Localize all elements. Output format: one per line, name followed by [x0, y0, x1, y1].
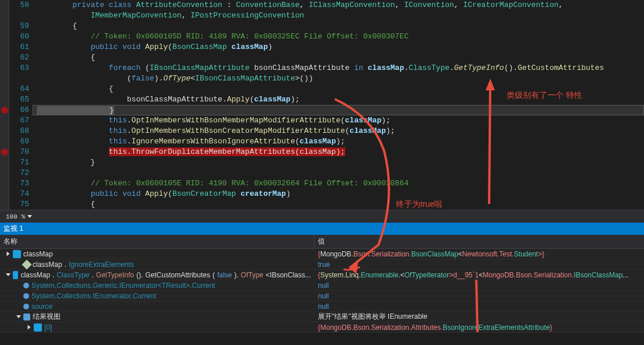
gutter-cell[interactable]: [0, 84, 9, 94]
gutter-cell[interactable]: [0, 10, 9, 21]
gutter-cell[interactable]: [0, 168, 9, 178]
watch-value-cell: {MongoDB.Bson.Serialization.Attributes.B…: [314, 323, 644, 332]
watch-value-cell: 展开"结果"视图将枚举 IEnumerable: [314, 311, 644, 322]
zoom-value: 100 %: [6, 213, 25, 220]
prop-icon: [22, 260, 32, 269]
code-line[interactable]: this.IgnoreMembersWithBsonIgnoreAttribut…: [33, 136, 644, 147]
line-number: 74: [9, 189, 29, 199]
field-icon: [23, 293, 29, 299]
code-line[interactable]: }: [33, 105, 644, 115]
gutter-cell[interactable]: [0, 73, 9, 84]
line-number: 75: [9, 199, 29, 210]
breakpoint-icon[interactable]: [1, 107, 8, 114]
watch-grid-header: 名称 值: [0, 235, 644, 249]
line-number: 71: [9, 157, 29, 168]
watch-name-cell[interactable]: classMap.IgnoreExtraElements: [0, 260, 314, 269]
watch-row[interactable]: classMap{MongoDB.Bson.Serialization.Bson…: [0, 249, 644, 259]
expand-icon[interactable]: [28, 325, 31, 330]
gutter-cell[interactable]: [0, 199, 9, 210]
code-line[interactable]: bsonClassMapAttribute.Apply(classMap);: [33, 94, 644, 105]
breakpoint-icon[interactable]: [1, 149, 8, 156]
watch-name-cell[interactable]: 结果视图: [0, 311, 314, 322]
watch-row[interactable]: classMap.IgnoreExtraElementstrue: [0, 259, 644, 270]
code-line[interactable]: [33, 168, 644, 178]
watch-grid: 名称 值 classMap{MongoDB.Bson.Serialization…: [0, 235, 644, 333]
watch-row[interactable]: sourcenull: [0, 301, 644, 312]
line-number: 60: [9, 31, 29, 42]
line-number: [9, 10, 29, 21]
line-number: 67: [9, 115, 29, 126]
watch-name-cell[interactable]: [0]: [0, 323, 314, 332]
line-number: 61: [9, 42, 29, 52]
watch-value-cell: null: [314, 302, 644, 311]
watch-name-cell[interactable]: source: [0, 302, 314, 311]
line-number: 72: [9, 168, 29, 178]
gutter-cell[interactable]: [0, 52, 9, 63]
watch-value-cell: {System.Linq.Enumerable.<OfTypeIterator>…: [314, 270, 644, 280]
code-line[interactable]: foreach (IBsonClassMapAttribute bsonClas…: [33, 63, 644, 73]
gutter-cell[interactable]: [0, 157, 9, 168]
line-number: 69: [9, 136, 29, 147]
code-line[interactable]: {: [33, 21, 644, 31]
gutter-cell[interactable]: [0, 126, 9, 136]
column-header-value[interactable]: 值: [314, 235, 644, 248]
line-number: 58: [9, 0, 29, 10]
gutter-cell[interactable]: [0, 147, 9, 157]
gutter-cell[interactable]: [0, 136, 9, 147]
watch-row[interactable]: System.Collections.IEnumerator.Currentnu…: [0, 291, 644, 301]
watch-name-cell[interactable]: System.Collections.IEnumerator.Current: [0, 291, 314, 301]
code-line[interactable]: // Token: 0x0600105E RID: 4190 RVA: 0x00…: [33, 178, 644, 189]
code-line[interactable]: public void Apply(BsonCreatorMap creator…: [33, 189, 644, 199]
code-line[interactable]: IMemberMapConvention, IPostProcessingCon…: [33, 10, 644, 21]
breakpoint-gutter[interactable]: [0, 0, 9, 210]
line-number: 63: [9, 63, 29, 73]
code-line[interactable]: (false).OfType<IBsonClassMapAttribute>()…: [33, 73, 644, 84]
watch-row[interactable]: [0]{MongoDB.Bson.Serialization.Attribute…: [0, 322, 644, 333]
watch-name-cell[interactable]: classMap.ClassType.GetTypeInfo().GetCust…: [0, 270, 314, 280]
gutter-cell[interactable]: [0, 105, 9, 115]
gutter-cell[interactable]: [0, 21, 9, 31]
results-icon: [23, 314, 30, 321]
line-number: 66: [9, 105, 29, 115]
gutter-cell[interactable]: [0, 115, 9, 126]
var-icon: [34, 323, 42, 332]
line-number: 68: [9, 126, 29, 136]
watch-value-cell: {MongoDB.Bson.Serialization.BsonClassMap…: [314, 249, 644, 259]
column-header-name[interactable]: 名称: [0, 235, 314, 248]
gutter-cell[interactable]: [0, 42, 9, 52]
gutter-cell[interactable]: [0, 94, 9, 105]
code-line[interactable]: {: [33, 52, 644, 63]
watch-value-cell: null: [314, 281, 644, 290]
code-line[interactable]: this.OptInMembersWithBsonCreatorMapModif…: [33, 126, 644, 136]
code-line[interactable]: private class AttributeConvention : Conv…: [33, 0, 644, 10]
code-content[interactable]: private class AttributeConvention : Conv…: [33, 0, 644, 210]
code-line[interactable]: this.OptInMembersWithBsonMemberMapModifi…: [33, 115, 644, 126]
editor-status-bar: 100 %: [0, 210, 644, 223]
gutter-cell[interactable]: [0, 63, 9, 73]
zoom-level-dropdown[interactable]: 100 %: [3, 213, 34, 221]
watch-name-cell[interactable]: classMap: [0, 249, 314, 259]
var-icon: [13, 271, 18, 279]
code-line[interactable]: // Token: 0x0600105D RID: 4189 RVA: 0x00…: [33, 31, 644, 42]
code-editor[interactable]: 585960616263646566676869707172737475 pri…: [0, 0, 644, 210]
code-line[interactable]: {: [33, 84, 644, 94]
code-line[interactable]: }: [33, 157, 644, 168]
gutter-cell[interactable]: [0, 189, 9, 199]
code-line[interactable]: public void Apply(BsonClassMap classMap): [33, 42, 644, 52]
gutter-cell[interactable]: [0, 178, 9, 189]
code-line[interactable]: this.ThrowForDuplicateMemberMapAttribute…: [33, 147, 644, 157]
expand-icon[interactable]: [7, 252, 10, 256]
line-number: 73: [9, 178, 29, 189]
watch-value-cell: true: [314, 260, 644, 269]
watch-row[interactable]: System.Collections.Generic.IEnumerator<T…: [0, 280, 644, 291]
watch-row[interactable]: classMap.ClassType.GetTypeInfo().GetCust…: [0, 270, 644, 280]
expand-icon[interactable]: [16, 315, 21, 318]
watch-row[interactable]: 结果视图展开"结果"视图将枚举 IEnumerable: [0, 312, 644, 322]
watch-window-title[interactable]: 监视 1: [0, 223, 644, 235]
expand-icon[interactable]: [6, 273, 10, 276]
line-number: [9, 73, 29, 84]
gutter-cell[interactable]: [0, 0, 9, 10]
code-line[interactable]: {: [33, 199, 644, 210]
gutter-cell[interactable]: [0, 31, 9, 42]
watch-name-cell[interactable]: System.Collections.Generic.IEnumerator<T…: [0, 281, 314, 290]
